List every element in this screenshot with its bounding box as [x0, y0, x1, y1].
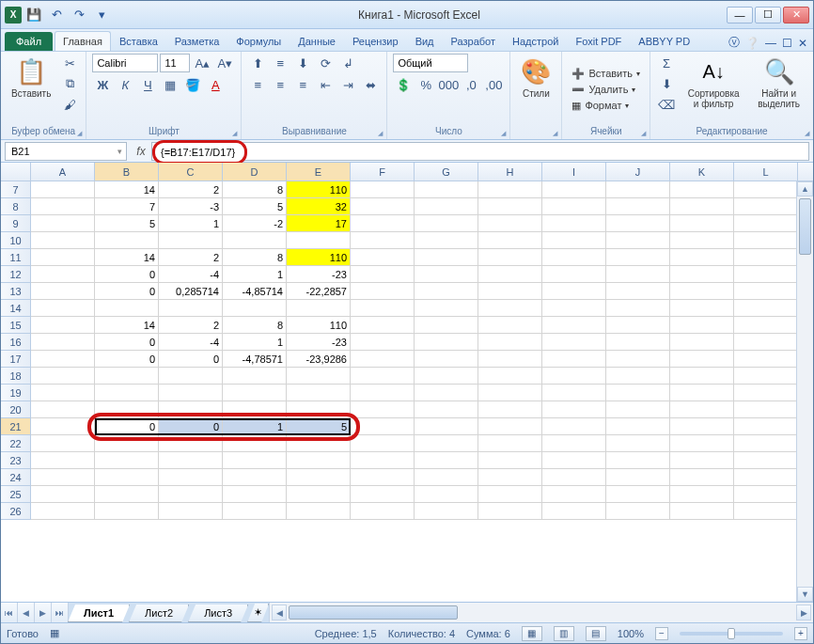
cell-J14[interactable]	[606, 300, 670, 317]
row-header-10[interactable]: 10	[1, 232, 31, 249]
cell-J10[interactable]	[606, 232, 670, 249]
cell-E25[interactable]	[287, 486, 351, 503]
cell-L16[interactable]	[734, 334, 798, 351]
cell-B23[interactable]	[95, 452, 159, 469]
column-header-B[interactable]: B	[95, 163, 159, 181]
cell-C22[interactable]	[159, 435, 223, 452]
column-header-J[interactable]: J	[606, 163, 670, 181]
cell-J9[interactable]	[606, 215, 670, 232]
undo-button[interactable]: ↶	[46, 5, 67, 25]
cell-E7[interactable]: 110	[287, 181, 351, 198]
merge-button[interactable]: ⬌	[360, 75, 381, 94]
cell-I19[interactable]	[542, 385, 606, 401]
sheet-tab-3[interactable]: Лист3	[188, 605, 248, 622]
cell-D11[interactable]: 8	[223, 249, 287, 266]
zoom-thumb[interactable]	[728, 628, 735, 639]
cell-H11[interactable]	[478, 249, 542, 266]
cell-K8[interactable]	[670, 198, 734, 215]
cell-F7[interactable]	[351, 181, 415, 198]
cell-B10[interactable]	[95, 232, 159, 249]
cell-C20[interactable]	[159, 401, 223, 418]
cell-C25[interactable]	[159, 486, 223, 503]
cell-B26[interactable]	[95, 503, 159, 520]
row-header-11[interactable]: 11	[1, 249, 31, 266]
scroll-right-button[interactable]: ▶	[796, 605, 811, 620]
cell-D13[interactable]: -4,85714	[223, 283, 287, 300]
cell-F20[interactable]	[351, 401, 415, 418]
cell-A21[interactable]	[31, 418, 95, 435]
column-header-C[interactable]: C	[159, 163, 223, 181]
cell-L12[interactable]	[734, 266, 798, 283]
cell-A9[interactable]	[31, 215, 95, 232]
cell-A7[interactable]	[31, 181, 95, 198]
tab-review[interactable]: Рецензир	[344, 31, 407, 51]
cell-L10[interactable]	[734, 232, 798, 249]
cell-K21[interactable]	[670, 418, 734, 435]
format-cells-button[interactable]: ▦Формат▾	[568, 99, 633, 113]
cell-K23[interactable]	[670, 452, 734, 469]
doc-restore-icon[interactable]: ☐	[782, 37, 792, 50]
qat-customize[interactable]: ▾	[91, 5, 112, 25]
cell-E21[interactable]: 5	[287, 418, 351, 435]
cell-C8[interactable]: -3	[159, 198, 223, 215]
cell-L24[interactable]	[734, 469, 798, 486]
cell-B11[interactable]: 14	[95, 249, 159, 266]
cell-D7[interactable]: 8	[223, 181, 287, 198]
cell-C16[interactable]: -4	[159, 334, 223, 351]
cell-D25[interactable]	[223, 486, 287, 503]
cell-B17[interactable]: 0	[95, 351, 159, 368]
cell-A18[interactable]	[31, 368, 95, 385]
grid-body[interactable]: 7142811087-3532951-21710111428110120-41-…	[1, 181, 813, 602]
paste-button[interactable]: 📋 Вставить	[7, 54, 55, 102]
cell-C21[interactable]: 0	[159, 418, 223, 435]
cell-E24[interactable]	[287, 469, 351, 486]
cell-F16[interactable]	[351, 334, 415, 351]
grow-font-button[interactable]: A▴	[192, 54, 212, 72]
cell-J19[interactable]	[606, 385, 670, 401]
cell-I23[interactable]	[542, 452, 606, 469]
cell-A13[interactable]	[31, 283, 95, 300]
vscroll-thumb[interactable]	[799, 198, 811, 255]
comma-button[interactable]: 000	[438, 75, 459, 94]
cell-D8[interactable]: 5	[223, 198, 287, 215]
cell-K20[interactable]	[670, 401, 734, 418]
cell-E11[interactable]: 110	[287, 249, 351, 266]
cell-D26[interactable]	[223, 503, 287, 520]
cell-H20[interactable]	[478, 401, 542, 418]
row-header-13[interactable]: 13	[1, 283, 31, 300]
wrap-text-button[interactable]: ↲	[337, 54, 358, 72]
cell-F14[interactable]	[351, 300, 415, 317]
cell-D9[interactable]: -2	[223, 215, 287, 232]
cell-E22[interactable]	[287, 435, 351, 452]
cell-A12[interactable]	[31, 266, 95, 283]
cell-H22[interactable]	[478, 435, 542, 452]
font-color-button[interactable]: A	[205, 75, 226, 94]
cell-F12[interactable]	[351, 266, 415, 283]
cell-H8[interactable]	[478, 198, 542, 215]
cell-D21[interactable]: 1	[223, 418, 287, 435]
cell-B24[interactable]	[95, 469, 159, 486]
cell-I7[interactable]	[542, 181, 606, 198]
cell-J23[interactable]	[606, 452, 670, 469]
cell-I18[interactable]	[542, 368, 606, 385]
underline-button[interactable]: Ч	[137, 75, 158, 94]
row-header-19[interactable]: 19	[1, 385, 31, 401]
cell-G17[interactable]	[415, 351, 478, 368]
align-left-button[interactable]: ≡	[247, 75, 268, 94]
cell-L22[interactable]	[734, 435, 798, 452]
align-bottom-button[interactable]: ⬇	[292, 54, 313, 72]
cell-A20[interactable]	[31, 401, 95, 418]
cell-E15[interactable]: 110	[287, 317, 351, 334]
cell-B14[interactable]	[95, 300, 159, 317]
status-macro-icon[interactable]: ▦	[50, 627, 59, 639]
cell-I25[interactable]	[542, 486, 606, 503]
cell-L25[interactable]	[734, 486, 798, 503]
cell-B19[interactable]	[95, 385, 159, 401]
cell-F8[interactable]	[351, 198, 415, 215]
view-pagebreak-button[interactable]: ▤	[586, 626, 606, 641]
cell-C23[interactable]	[159, 452, 223, 469]
cell-G22[interactable]	[415, 435, 478, 452]
cell-F24[interactable]	[351, 469, 415, 486]
cell-I14[interactable]	[542, 300, 606, 317]
row-header-12[interactable]: 12	[1, 266, 31, 283]
